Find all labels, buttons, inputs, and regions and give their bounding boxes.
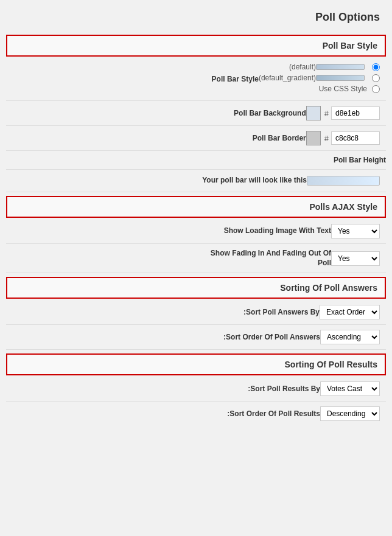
sort-results-order-label: :Sort Order Of Poll Results [227, 409, 320, 418]
radio-default-label: (default) [289, 63, 316, 71]
sorting-answers-header: Sorting Of Poll Answers [6, 277, 386, 299]
poll-bar-style-label: Poll Bar Style [212, 75, 259, 83]
sort-results-by-label: :Sort Poll Results By [248, 385, 320, 393]
poll-bar-border-control: # [306, 131, 380, 145]
divider-5 [6, 192, 386, 192]
sort-results-by-row: :Sort Poll Results By Votes Cast Poll An… [6, 378, 386, 400]
radio-gradient-bar [316, 75, 365, 81]
poll-bar-preview-control [307, 176, 380, 186]
radio-gradient-row: (default_gradient) [259, 74, 380, 82]
radio-gradient[interactable] [372, 74, 380, 82]
divider-10 [6, 401, 386, 402]
poll-bar-preview-visual [307, 176, 380, 186]
divider-1 [6, 100, 386, 101]
sort-answers-by-select[interactable]: Exact Order Random [320, 305, 380, 319]
poll-bar-background-label: Poll Bar Background [234, 109, 306, 117]
sort-results-by-select[interactable]: Votes Cast Poll Answer [320, 381, 380, 396]
fading-select[interactable]: Yes No [331, 251, 380, 266]
divider-9 [6, 349, 386, 350]
radio-default[interactable] [372, 63, 380, 71]
poll-bar-border-row: Poll Bar Border # [6, 127, 386, 149]
polls-ajax-style-header: Polls AJAX Style [6, 196, 386, 218]
divider-6 [6, 243, 386, 244]
background-hash: # [324, 109, 329, 118]
sort-answers-order-row: :Sort Order Of Poll Answers Ascending De… [6, 326, 386, 348]
divider-2 [6, 125, 386, 126]
radio-css-row: Use CSS Style [319, 85, 380, 93]
poll-bar-height-label: Poll Bar Height [334, 156, 386, 164]
divider-3 [6, 150, 386, 151]
poll-bar-background-row: Poll Bar Background # [6, 102, 386, 124]
background-color-input[interactable] [331, 106, 380, 120]
loading-image-label: Show Loading Image With Text [224, 226, 331, 236]
main-content: Poll Bar Style Poll Bar Style (default) … [0, 35, 392, 425]
border-hash: # [324, 134, 329, 143]
radio-gradient-label: (default_gradient) [259, 74, 316, 82]
loading-image-select[interactable]: Yes No [331, 224, 380, 238]
radio-css-label: Use CSS Style [319, 85, 367, 93]
radio-default-bar [316, 64, 365, 70]
page-container: Poll Options Poll Bar Style Poll Bar Sty… [0, 0, 392, 431]
radio-css[interactable] [372, 85, 380, 93]
radio-default-row: (default) [289, 63, 380, 71]
background-swatch [306, 106, 321, 120]
sort-results-order-control: Descending Ascending [320, 406, 380, 421]
page-title: Poll Options [0, 6, 392, 31]
sorting-results-header: Sorting Of Poll Results [6, 353, 386, 375]
sort-answers-by-row: :Sort Poll Answers By Exact Order Random [6, 301, 386, 323]
poll-bar-preview-row: Your poll bar will look like this [6, 171, 386, 190]
fading-label: Show Fading In And Fading Out Of Poll [197, 249, 331, 268]
poll-bar-style-options: (default) (default_gradient) Use CSS Sty… [259, 63, 380, 96]
sort-results-order-row: :Sort Order Of Poll Results Descending A… [6, 403, 386, 425]
divider-7 [6, 273, 386, 273]
sort-results-order-select[interactable]: Descending Ascending [320, 406, 380, 421]
loading-image-control: Yes No [331, 224, 380, 238]
sort-answers-order-control: Ascending Descending [320, 330, 380, 344]
loading-image-row: Show Loading Image With Text Yes No [6, 220, 386, 242]
divider-4 [6, 169, 386, 170]
sort-answers-order-select[interactable]: Ascending Descending [320, 330, 380, 344]
poll-bar-preview-label: Your poll bar will look like this [202, 176, 307, 186]
sort-answers-order-label: :Sort Order Of Poll Answers [223, 333, 320, 341]
sort-answers-by-label: :Sort Poll Answers By [243, 308, 320, 316]
poll-bar-style-header: Poll Bar Style [6, 35, 386, 57]
poll-bar-height-row: Poll Bar Height [6, 152, 386, 168]
border-swatch [306, 131, 321, 145]
fading-row: Show Fading In And Fading Out Of Poll Ye… [6, 245, 386, 271]
divider-8 [6, 324, 386, 325]
border-color-input[interactable] [331, 131, 380, 145]
poll-bar-border-label: Poll Bar Border [253, 134, 306, 142]
poll-bar-background-control: # [306, 106, 380, 120]
fading-control: Yes No [331, 251, 380, 266]
sort-answers-by-control: Exact Order Random [320, 305, 380, 319]
poll-bar-style-row: Poll Bar Style (default) (default_gradie… [6, 59, 386, 99]
sort-results-by-control: Votes Cast Poll Answer [320, 381, 380, 396]
